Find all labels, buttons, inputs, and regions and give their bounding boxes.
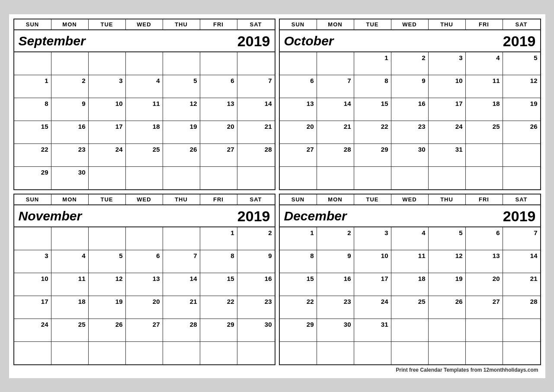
day-header-wed: WED <box>391 19 429 29</box>
month-name-november: November <box>19 209 82 223</box>
day-cell: 23 <box>391 121 429 143</box>
day-header-sat: SAT <box>237 194 275 204</box>
day-cell: 3 <box>89 75 126 98</box>
day-cell <box>163 52 200 75</box>
day-cell: 8 <box>354 75 391 98</box>
day-cell: 9 <box>237 250 275 273</box>
day-cell: 10 <box>354 250 391 273</box>
day-cell: 25 <box>391 296 429 319</box>
day-cell: 6 <box>466 227 503 250</box>
day-cell: 7 <box>317 75 354 98</box>
week-row: 3456789 <box>14 250 275 273</box>
day-cell: 25 <box>51 319 89 341</box>
day-cell: 5 <box>163 75 200 98</box>
day-cell: 8 <box>200 250 237 273</box>
day-cell: 17 <box>14 296 51 319</box>
day-cell: 3 <box>14 250 51 273</box>
day-cell: 20 <box>466 273 503 296</box>
day-cell: 10 <box>429 75 466 98</box>
day-cell: 20 <box>280 121 317 143</box>
day-cell: 29 <box>354 144 391 166</box>
day-cell: 11 <box>391 250 429 273</box>
day-headers-september: SUNMONTUEWEDTHUFRISAT <box>14 19 275 30</box>
footer: Print free Calendar Templates from 12mon… <box>13 365 541 374</box>
day-cell: 22 <box>14 144 51 166</box>
day-headers-november: SUNMONTUEWEDTHUFRISAT <box>14 194 275 205</box>
day-cell <box>429 167 466 189</box>
month-title-november: November2019 <box>14 205 275 227</box>
day-cell: 21 <box>163 296 200 319</box>
day-cell: 17 <box>354 273 391 296</box>
page: SUNMONTUEWEDTHUFRISATSeptember2019123456… <box>9 14 545 378</box>
footer-text: Print free Calendar Templates from <box>396 367 484 373</box>
day-cell <box>466 319 503 341</box>
day-cell: 1 <box>200 227 237 250</box>
day-header-fri: FRI <box>200 194 237 204</box>
day-cell: 24 <box>354 296 391 319</box>
day-cell: 23 <box>51 144 89 166</box>
day-cell: 24 <box>89 144 126 166</box>
day-cell: 1 <box>354 52 391 75</box>
day-cell: 25 <box>126 144 163 166</box>
day-cell: 28 <box>317 144 354 166</box>
day-headers-october: SUNMONTUEWEDTHUFRISAT <box>280 19 540 30</box>
day-cell: 18 <box>391 273 429 296</box>
day-cell <box>163 342 200 364</box>
week-row: 12 <box>14 227 275 250</box>
year-september: 2019 <box>237 33 270 50</box>
day-cell: 17 <box>429 98 466 121</box>
day-cell <box>391 319 429 341</box>
day-cell: 3 <box>354 227 391 250</box>
day-header-thu: THU <box>163 194 200 204</box>
calendar-november: SUNMONTUEWEDTHUFRISATNovember20191234567… <box>13 194 275 365</box>
day-cell: 28 <box>503 296 540 319</box>
day-cell: 30 <box>237 319 275 341</box>
day-cell: 16 <box>237 273 275 296</box>
day-cell: 31 <box>354 319 391 341</box>
week-row: 24252627282930 <box>14 319 275 341</box>
week-row <box>14 52 275 75</box>
day-cell: 26 <box>429 296 466 319</box>
day-cell: 17 <box>89 121 126 143</box>
day-cell: 12 <box>429 250 466 273</box>
week-row <box>14 341 275 364</box>
day-header-sun: SUN <box>14 194 51 204</box>
day-cell <box>466 342 503 364</box>
day-cell: 26 <box>89 319 126 341</box>
day-cell <box>503 144 540 166</box>
week-row: 293031 <box>280 319 540 341</box>
day-cell <box>280 52 317 75</box>
day-cell: 8 <box>14 98 51 121</box>
day-cell: 18 <box>126 121 163 143</box>
weeks-grid-october: 1234567891011121314151617181920212223242… <box>280 52 540 189</box>
day-cell: 14 <box>503 250 540 273</box>
day-cell: 2 <box>237 227 275 250</box>
day-header-wed: WED <box>391 194 429 204</box>
week-row: 12345 <box>280 52 540 75</box>
day-cell <box>280 167 317 189</box>
day-cell: 12 <box>503 75 540 98</box>
day-cell: 28 <box>163 319 200 341</box>
week-row: 891011121314 <box>14 98 275 121</box>
weeks-grid-december: 1234567891011121314151617181920212223242… <box>280 227 540 364</box>
day-cell: 27 <box>200 144 237 166</box>
day-cell: 22 <box>200 296 237 319</box>
day-cell: 6 <box>126 250 163 273</box>
day-cell: 9 <box>317 250 354 273</box>
day-cell: 15 <box>14 121 51 143</box>
day-cell: 13 <box>126 273 163 296</box>
day-cell: 11 <box>51 273 89 296</box>
day-cell <box>126 342 163 364</box>
month-title-september: September2019 <box>14 30 275 52</box>
day-cell <box>429 319 466 341</box>
week-row: 2930 <box>14 166 275 189</box>
day-cell: 13 <box>200 98 237 121</box>
day-cell: 14 <box>163 273 200 296</box>
day-cell: 12 <box>163 98 200 121</box>
day-cell <box>89 227 126 250</box>
day-cell <box>429 342 466 364</box>
week-row: 13141516171819 <box>280 98 540 121</box>
month-name-december: December <box>284 209 347 223</box>
day-cell: 14 <box>237 98 275 121</box>
month-name-september: September <box>19 34 86 48</box>
